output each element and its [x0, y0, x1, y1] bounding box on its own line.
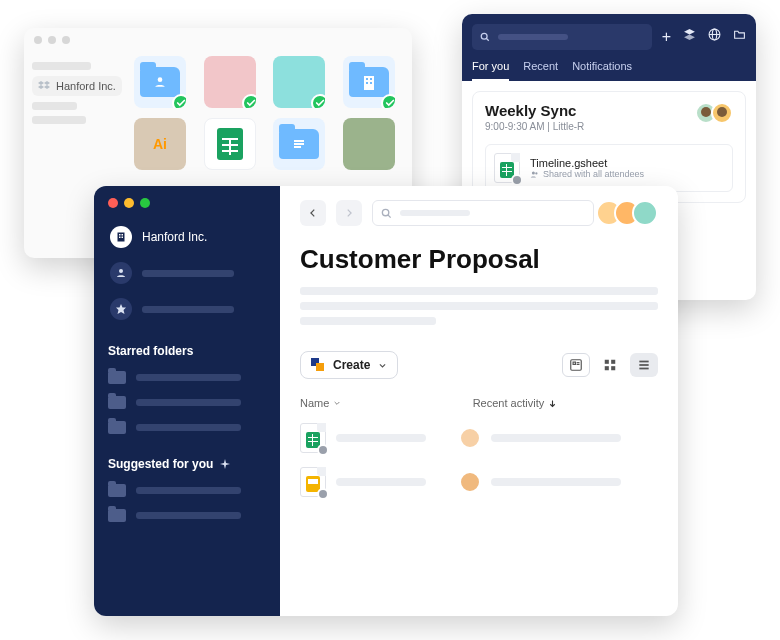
folder-icon: [108, 509, 126, 522]
folder-icon: [108, 371, 126, 384]
column-headers: Name Recent activity: [300, 397, 658, 409]
body-text-skel: [300, 287, 658, 325]
sidebar-folder[interactable]: [108, 481, 266, 500]
account-name: Hanford Inc.: [56, 80, 116, 92]
image-tile[interactable]: [204, 56, 256, 108]
search-input[interactable]: [372, 200, 594, 226]
svg-marker-16: [684, 35, 695, 40]
window-controls: [108, 198, 266, 208]
sync-badge-icon: [317, 488, 329, 500]
column-recent-activity[interactable]: Recent activity: [473, 397, 558, 409]
folder-icon[interactable]: [733, 28, 746, 46]
svg-marker-3: [44, 85, 50, 89]
column-name[interactable]: Name: [300, 397, 465, 409]
gsheet-file-icon: [300, 423, 326, 453]
tab-notifications[interactable]: Notifications: [572, 60, 632, 81]
building-icon: [110, 226, 132, 248]
nav-label-skel: [142, 306, 234, 313]
attached-file[interactable]: Timeline.gsheet Shared with all attendee…: [485, 144, 733, 192]
svg-rect-37: [611, 360, 615, 364]
folder-tile[interactable]: [134, 56, 186, 108]
workspace-selector[interactable]: Hanford Inc.: [108, 222, 266, 252]
user-icon: [153, 75, 167, 89]
svg-rect-22: [118, 233, 125, 242]
back-button[interactable]: [300, 200, 326, 226]
file-row[interactable]: [300, 423, 658, 453]
sheets-file-tile[interactable]: [204, 118, 256, 170]
stack-icon[interactable]: [683, 28, 696, 46]
sync-badge-icon: [317, 444, 329, 456]
person-icon: [110, 262, 132, 284]
account-badge[interactable]: Hanford Inc.: [32, 76, 122, 96]
label-skel: [136, 424, 241, 431]
minimize-button[interactable]: [124, 198, 134, 208]
sidebar-folder[interactable]: [108, 393, 266, 412]
nav-label-skel: [142, 270, 234, 277]
svg-marker-29: [220, 459, 230, 469]
view-list-button[interactable]: [630, 353, 658, 377]
svg-rect-5: [364, 76, 374, 90]
tab-recent[interactable]: Recent: [523, 60, 558, 81]
svg-rect-7: [370, 78, 372, 80]
search-icon: [381, 208, 392, 219]
globe-icon[interactable]: [708, 28, 721, 46]
svg-point-21: [535, 172, 537, 174]
chevron-down-icon: [333, 399, 341, 407]
doc-lines-icon: [292, 138, 306, 150]
main-content: Customer Proposal Create: [280, 186, 678, 616]
svg-rect-26: [122, 237, 124, 239]
file-row[interactable]: [300, 467, 658, 497]
add-icon[interactable]: +: [662, 28, 671, 46]
label-skel: [136, 374, 241, 381]
sidebar-folder[interactable]: [108, 506, 266, 525]
create-icon: [311, 358, 325, 372]
sidebar-skel: [32, 116, 86, 124]
close-button[interactable]: [108, 198, 118, 208]
avatar: [711, 102, 733, 124]
forward-button[interactable]: [336, 200, 362, 226]
activity-skel: [491, 434, 621, 442]
sidebar-skel: [32, 102, 77, 110]
view-thumb-button[interactable]: [562, 353, 590, 377]
svg-point-13: [481, 33, 487, 39]
nav-item-people[interactable]: [108, 258, 266, 288]
avatar: [632, 200, 658, 226]
svg-marker-28: [116, 304, 126, 314]
window-dot: [48, 36, 56, 44]
collaborator-avatars[interactable]: [604, 200, 658, 226]
svg-rect-38: [605, 366, 609, 370]
svg-rect-8: [366, 82, 368, 84]
label-skel: [136, 487, 241, 494]
illustrator-file-tile[interactable]: Ai: [134, 118, 186, 170]
image-tile[interactable]: [273, 56, 325, 108]
image-tile[interactable]: [343, 118, 395, 170]
folder-icon: [108, 421, 126, 434]
topbar: [300, 200, 658, 226]
sparkle-icon: [219, 458, 231, 470]
chevron-down-icon: [378, 361, 387, 370]
folder-tile[interactable]: [343, 56, 395, 108]
file-name: Timeline.gsheet: [530, 157, 644, 169]
search-input[interactable]: [472, 24, 652, 50]
sidebar-skel: [32, 62, 91, 70]
svg-rect-23: [119, 234, 121, 236]
sidebar-folder[interactable]: [108, 368, 266, 387]
folder-tile[interactable]: [273, 118, 325, 170]
attendee-avatars: [701, 102, 733, 124]
avatar: [459, 471, 481, 493]
search-placeholder-skel: [498, 34, 568, 40]
maximize-button[interactable]: [140, 198, 150, 208]
svg-point-20: [532, 171, 535, 174]
svg-marker-0: [38, 81, 44, 85]
app-sidebar: Hanford Inc. Starred folders Suggested f…: [94, 186, 280, 616]
label-skel: [136, 399, 241, 406]
synced-check-icon: [381, 94, 395, 108]
svg-rect-24: [122, 234, 124, 236]
svg-marker-15: [684, 29, 695, 34]
view-grid-button[interactable]: [596, 353, 624, 377]
tab-for-you[interactable]: For you: [472, 60, 509, 81]
nav-item-starred[interactable]: [108, 294, 266, 324]
sidebar-folder[interactable]: [108, 418, 266, 437]
create-button[interactable]: Create: [300, 351, 398, 379]
event-meta: 9:00-9:30 AM | Little-R: [485, 121, 584, 132]
